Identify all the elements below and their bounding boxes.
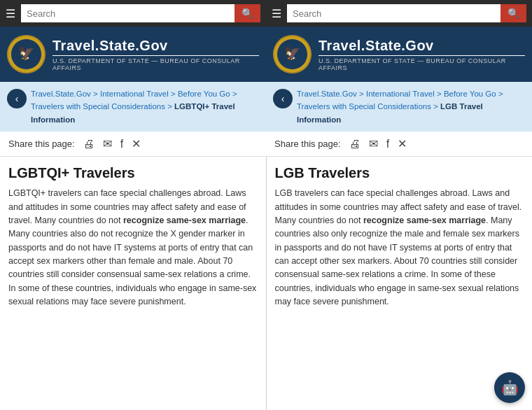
right-breadcrumb-home[interactable]: Travel.State.Gov: [297, 90, 357, 98]
right-content-title: LGB Travelers: [275, 165, 524, 181]
right-breadcrumb-special[interactable]: Travelers with Special Considerations: [297, 102, 431, 111]
left-top-bar: ☰ 🔍: [0, 0, 266, 27]
left-breadcrumb-home[interactable]: Travel.State.Gov: [31, 90, 91, 98]
right-search-input[interactable]: [287, 4, 500, 22]
left-share-label: Share this page:: [8, 139, 75, 149]
right-share-row: Share this page: 🖨 ✉ f ✕: [266, 132, 532, 157]
right-breadcrumb-intl[interactable]: International Travel: [366, 90, 435, 98]
left-breadcrumb-intl[interactable]: International Travel: [100, 90, 169, 98]
left-content-body: LGBTQI+ travelers can face special chall…: [8, 187, 258, 309]
left-seal: 🦅: [7, 35, 46, 73]
left-share-row: Share this page: 🖨 ✉ f ✕: [0, 132, 266, 157]
left-breadcrumb: Travel.State.Gov > International Travel …: [31, 87, 259, 126]
left-breadcrumb-special[interactable]: Travelers with Special Considerations: [31, 102, 165, 111]
right-hamburger-icon[interactable]: ☰: [272, 7, 281, 20]
left-print-icon[interactable]: 🖨: [83, 138, 94, 150]
left-content-title: LGBTQI+ Travelers: [8, 165, 258, 181]
right-breadcrumb-before[interactable]: Before You Go: [444, 90, 496, 98]
left-header-subtitle: U.S. DEPARTMENT of STATE — BUREAU of CON…: [52, 57, 259, 71]
right-facebook-icon[interactable]: f: [386, 138, 389, 150]
left-back-button[interactable]: ‹: [7, 89, 27, 108]
right-twitter-icon[interactable]: ✕: [398, 137, 407, 150]
right-header: 🦅 Travel.State.Gov U.S. DEPARTMENT of ST…: [266, 27, 532, 82]
left-body-bold: recognize same-sex marriage: [123, 215, 246, 225]
right-content-body: LGB travelers can face special challenge…: [275, 187, 524, 309]
right-body-after: . Many countries also only recognize the…: [275, 215, 519, 306]
right-email-icon[interactable]: ✉: [369, 137, 378, 150]
right-content-panel: LGB Travelers LGB travelers can face spe…: [267, 157, 533, 410]
left-breadcrumb-panel: ‹ Travel.State.Gov > International Trave…: [0, 82, 266, 132]
left-search-bar: 🔍: [21, 4, 260, 22]
left-breadcrumb-before[interactable]: Before You Go: [178, 90, 230, 98]
right-header-text: Travel.State.Gov U.S. DEPARTMENT of STAT…: [318, 38, 525, 71]
left-facebook-icon[interactable]: f: [120, 138, 123, 150]
chatbot-button[interactable]: 🤖: [494, 372, 525, 403]
chatbot-icon: 🤖: [501, 379, 519, 396]
right-top-bar: ☰ 🔍: [266, 0, 532, 27]
right-body-bold: recognize same-sex marriage: [363, 215, 486, 225]
right-back-button[interactable]: ‹: [273, 89, 293, 108]
left-search-button[interactable]: 🔍: [234, 4, 260, 22]
left-content-panel: LGBTQI+ Travelers LGBTQI+ travelers can …: [0, 157, 266, 410]
left-search-input[interactable]: [21, 4, 234, 22]
right-seal: 🦅: [273, 35, 312, 73]
left-hamburger-icon[interactable]: ☰: [6, 7, 15, 20]
right-header-title: Travel.State.Gov: [318, 38, 525, 54]
left-twitter-icon[interactable]: ✕: [132, 137, 141, 150]
svg-text:🦅: 🦅: [18, 45, 34, 61]
right-breadcrumb-panel: ‹ Travel.State.Gov > International Trave…: [266, 82, 532, 132]
left-email-icon[interactable]: ✉: [103, 137, 112, 150]
left-header-text: Travel.State.Gov U.S. DEPARTMENT of STAT…: [52, 38, 259, 71]
right-breadcrumb: Travel.State.Gov > International Travel …: [297, 87, 525, 126]
right-header-subtitle: U.S. DEPARTMENT of STATE — BUREAU of CON…: [318, 57, 525, 71]
right-print-icon[interactable]: 🖨: [349, 138, 360, 150]
left-header-title: Travel.State.Gov: [52, 38, 259, 54]
right-search-button[interactable]: 🔍: [500, 4, 526, 22]
svg-text:🦅: 🦅: [284, 45, 300, 61]
left-header: 🦅 Travel.State.Gov U.S. DEPARTMENT of ST…: [0, 27, 266, 82]
right-search-bar: 🔍: [287, 4, 526, 22]
right-share-label: Share this page:: [274, 139, 341, 149]
left-body-after: . Many countries also do not recognize t…: [8, 215, 256, 306]
